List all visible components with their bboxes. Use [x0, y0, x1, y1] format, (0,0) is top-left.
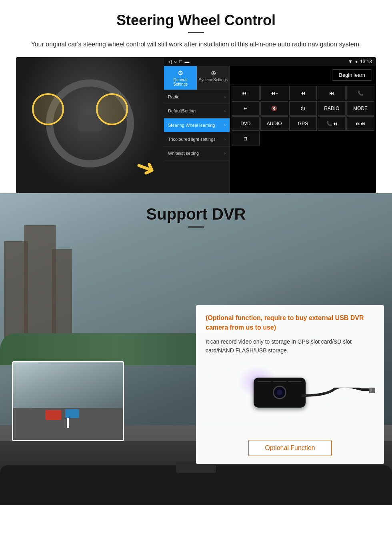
- thumb-car-1: [45, 410, 61, 420]
- ctrl-back[interactable]: ↩: [232, 101, 260, 116]
- vent-3: [288, 381, 302, 382]
- dvr-divider: [188, 226, 204, 228]
- android-statusbar: ◁ ○ □ ▬ ▼ ▾ 13:13: [164, 57, 376, 66]
- camera-main-body: [254, 378, 306, 408]
- left-menu: ⚙ General Settings ⊕ System Settings Rad…: [164, 66, 230, 193]
- dvr-title-area: Support DVR: [0, 193, 392, 236]
- ctrl-mute[interactable]: 🔇: [260, 101, 288, 116]
- dvr-camera-illustration: [206, 362, 374, 434]
- ctrl-phone[interactable]: 📞: [346, 86, 374, 100]
- menu-radio-label: Radio: [168, 94, 180, 100]
- chevron-icon-radio: ›: [224, 95, 226, 99]
- dvr-info-card: (Optional function, require to buy exter…: [196, 305, 384, 464]
- title-divider: [188, 32, 204, 33]
- right-panel: Begin learn ⏮+ ⏮− ⏮: [230, 66, 376, 193]
- ctrl-phone-prev[interactable]: 📞⏮: [318, 116, 346, 131]
- ctrl-radio[interactable]: RADIO: [318, 101, 346, 116]
- camera-lens: [273, 386, 286, 399]
- vol-plus-icon: ⏮+: [242, 90, 249, 96]
- nav-extra-icon: ▬: [185, 59, 190, 64]
- lens-inner: [277, 390, 282, 395]
- ctrl-next[interactable]: ⏭: [318, 86, 346, 100]
- highlight-right: [96, 93, 128, 125]
- thumb-car-2: [65, 409, 79, 418]
- ctrl-dvd[interactable]: DVD: [232, 116, 260, 131]
- dvr-title: Support DVR: [0, 205, 392, 223]
- audio-label: AUDIO: [267, 121, 282, 126]
- steering-section: Steering Wheel Control Your original car…: [0, 0, 392, 193]
- steering-wheel-outer: [46, 80, 134, 168]
- menu-steering-learning[interactable]: Steering Wheel learning ›: [164, 118, 230, 132]
- vol-minus-icon: ⏮−: [270, 90, 278, 96]
- next-icon: ⏭: [329, 90, 334, 96]
- ctrl-gps[interactable]: GPS: [289, 116, 317, 131]
- prev-icon: ⏮: [300, 90, 305, 96]
- chevron-icon-whitelist: ›: [224, 151, 226, 156]
- next2-icon: ⏭⏭: [356, 121, 365, 126]
- dvr-section: Support DVR (Optional function, require …: [0, 193, 392, 505]
- android-content: ⚙ General Settings ⊕ System Settings Rad…: [164, 66, 376, 193]
- highlight-left: [32, 93, 64, 125]
- optional-function-button[interactable]: Optional Function: [248, 440, 331, 456]
- chevron-icon-tricoloured: ›: [224, 137, 226, 142]
- dvr-desc-text: It can record video only to storage in G…: [206, 337, 374, 355]
- vent-1: [258, 381, 271, 382]
- power-icon: ⏻: [300, 106, 305, 111]
- menu-tricoloured-label: Tricoloured light settings: [168, 136, 216, 142]
- menu-whitelist[interactable]: Whitelist setting ›: [164, 146, 230, 160]
- ctrl-extra[interactable]: 🗒: [232, 132, 260, 146]
- ctrl-mode[interactable]: MODE: [346, 101, 374, 116]
- nav-home-icon: ○: [174, 59, 177, 64]
- radio-label: RADIO: [324, 106, 339, 111]
- vent-lines: [258, 381, 302, 382]
- nav-recent-icon: □: [179, 59, 182, 64]
- menu-tabs: ⚙ General Settings ⊕ System Settings: [164, 66, 230, 90]
- menu-radio[interactable]: Radio ›: [164, 90, 230, 104]
- tab-general[interactable]: ⚙ General Settings: [164, 66, 197, 90]
- chevron-icon-default: ›: [224, 109, 226, 113]
- steering-title: Steering Wheel Control: [16, 12, 376, 29]
- thumb-sky: [13, 362, 123, 410]
- ctrl-vol-minus[interactable]: ⏮−: [260, 86, 288, 100]
- back-icon: ↩: [244, 106, 248, 111]
- steering-demo: ➜ ◁ ○ □ ▬ ▼ ▾ 13:13: [16, 57, 376, 193]
- signal-icon: ▼: [348, 59, 353, 64]
- tab-general-label: General Settings: [173, 78, 188, 86]
- menu-tricoloured[interactable]: Tricoloured light settings ›: [164, 132, 230, 146]
- camera-body-container: [254, 378, 306, 408]
- mute-icon: 🔇: [271, 106, 277, 111]
- android-ui: ◁ ○ □ ▬ ▼ ▾ 13:13 ⚙ General Settings: [164, 57, 376, 193]
- mode-label: MODE: [353, 106, 368, 111]
- begin-learn-row: Begin learn: [230, 66, 376, 84]
- menu-steering-label: Steering Wheel learning: [168, 122, 215, 128]
- ctrl-prev[interactable]: ⏮: [289, 86, 317, 100]
- dvd-label: DVD: [240, 121, 250, 126]
- settings-icon: ⚙: [166, 69, 195, 77]
- dvr-optional-text: (Optional function, require to buy exter…: [206, 313, 374, 332]
- phone-prev-icon: 📞⏮: [326, 121, 337, 126]
- steering-photo: ➜: [16, 57, 164, 193]
- menu-whitelist-label: Whitelist setting: [168, 150, 199, 156]
- road-thumbnail: [12, 361, 124, 441]
- system-icon: ⊕: [198, 69, 228, 77]
- chevron-icon-steering: ›: [224, 123, 226, 127]
- begin-learn-button[interactable]: Begin learn: [332, 69, 372, 81]
- steering-subtitle: Your original car's steering wheel contr…: [16, 40, 376, 49]
- phone-icon: 📞: [358, 90, 364, 96]
- menu-default-setting[interactable]: DefaultSetting ›: [164, 104, 230, 118]
- camera-cable-svg: [302, 388, 382, 412]
- tab-system-label: System Settings: [199, 78, 228, 82]
- status-time: 13:13: [360, 59, 372, 64]
- svg-rect-1: [370, 388, 372, 392]
- control-grid: ⏮+ ⏮− ⏮ ⏭ 📞: [230, 84, 376, 148]
- extra-icon: 🗒: [243, 136, 248, 142]
- tab-system[interactable]: ⊕ System Settings: [197, 66, 230, 90]
- ctrl-next2[interactable]: ⏭⏭: [346, 116, 374, 131]
- vent-2: [273, 381, 286, 382]
- ctrl-vol-plus[interactable]: ⏮+: [232, 86, 260, 100]
- gps-label: GPS: [298, 121, 308, 126]
- nav-back-icon: ◁: [168, 59, 172, 64]
- wifi-icon: ▾: [355, 59, 358, 64]
- ctrl-power[interactable]: ⏻: [289, 101, 317, 116]
- ctrl-audio[interactable]: AUDIO: [260, 116, 288, 131]
